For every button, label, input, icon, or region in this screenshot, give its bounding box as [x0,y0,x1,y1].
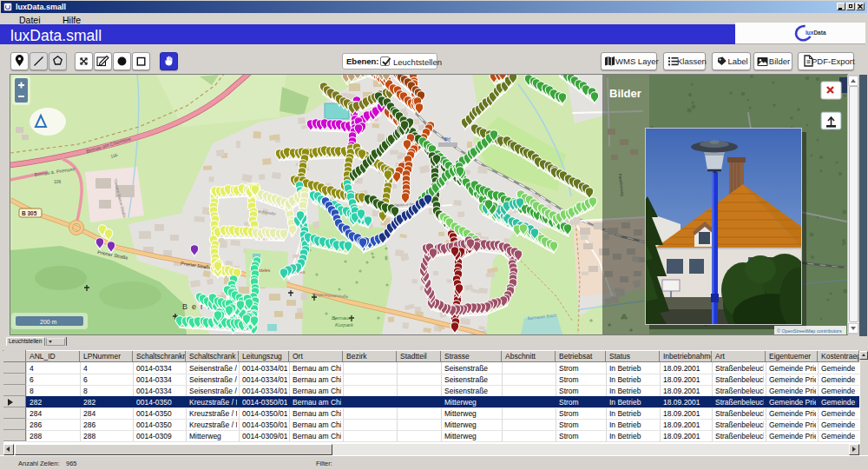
svg-text:Bilder: Bilder [609,87,641,100]
svg-text:Bernauer: Bernauer [332,315,354,321]
svg-text:B 305: B 305 [22,210,37,216]
svg-text:© OpenStreetMap contributors: © OpenStreetMap contributors [777,328,842,334]
svg-text:106: 106 [54,179,62,184]
svg-text:luxData: luxData [806,30,826,36]
svg-text:200 m: 200 m [40,319,57,325]
svg-text:Bhf: Bhf [444,137,451,142]
svg-text:Kurpark: Kurpark [335,322,354,328]
